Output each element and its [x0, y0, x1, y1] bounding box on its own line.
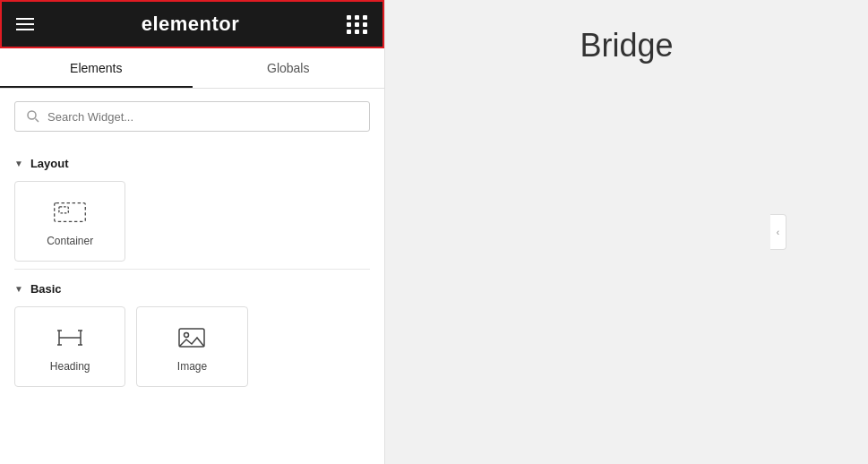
svg-point-12: [185, 333, 189, 338]
tab-globals[interactable]: Globals: [193, 48, 385, 88]
page-title: Bridge: [580, 27, 673, 64]
section-header-layout[interactable]: ▼ Layout: [14, 144, 370, 181]
widget-label-container: Container: [47, 235, 93, 247]
search-icon: [26, 109, 40, 124]
section-arrow-layout: ▼: [14, 159, 23, 168]
widget-label-image: Image: [177, 360, 207, 373]
widget-card-image[interactable]: Image: [136, 306, 247, 387]
image-icon: [174, 324, 210, 351]
widget-card-container[interactable]: Container: [14, 181, 125, 262]
container-icon: [52, 199, 88, 226]
left-panel: elementor Elements Globals ▼ Layout: [0, 0, 385, 464]
app-title: elementor: [142, 13, 240, 36]
svg-point-0: [28, 111, 36, 119]
search-input[interactable]: [47, 110, 358, 124]
widget-label-heading: Heading: [50, 360, 90, 373]
section-arrow-basic: ▼: [14, 284, 23, 294]
heading-icon: [52, 324, 88, 351]
widgets-area: ▼ Layout Container ▼ Basic: [0, 144, 384, 464]
widget-card-heading[interactable]: Heading: [14, 306, 125, 387]
widget-grid-basic: Heading Image: [14, 306, 370, 387]
hamburger-menu-icon[interactable]: [16, 18, 34, 30]
widget-grid-layout: Container: [14, 181, 370, 262]
top-bar: elementor: [0, 0, 384, 48]
apps-grid-icon[interactable]: [347, 15, 368, 34]
svg-rect-3: [59, 207, 68, 213]
tab-elements[interactable]: Elements: [0, 48, 193, 88]
collapse-button[interactable]: ‹: [770, 214, 786, 250]
svg-line-1: [36, 119, 39, 123]
section-label-layout: Layout: [30, 157, 69, 170]
search-container: [0, 89, 384, 144]
section-label-basic: Basic: [30, 282, 62, 296]
collapse-icon: ‹: [777, 228, 779, 237]
right-panel: Bridge: [385, 0, 868, 464]
search-box: [14, 101, 370, 132]
tabs-bar: Elements Globals: [0, 48, 384, 89]
section-header-basic[interactable]: ▼ Basic: [14, 270, 370, 306]
